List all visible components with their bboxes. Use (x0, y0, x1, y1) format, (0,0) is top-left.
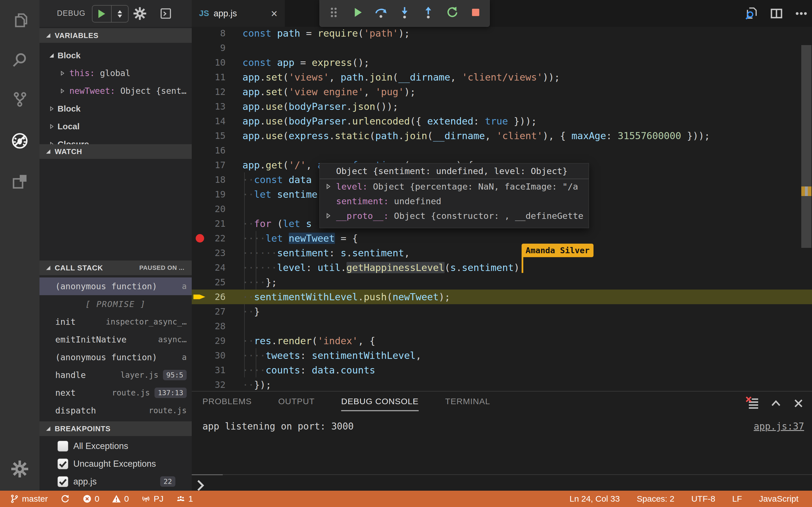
gripper-icon[interactable] (327, 6, 340, 20)
code-line-15[interactable]: 15app.use(express.static(path.join(__dir… (192, 128, 812, 143)
status-item-javascript[interactable]: JavaScript (759, 494, 799, 504)
code-line-9[interactable]: 9 (192, 41, 812, 55)
stack-frame-emitinitnative[interactable]: emitInitNativeasync… (40, 331, 192, 348)
code-line-32[interactable]: 32··}); (192, 378, 812, 391)
status-item-people[interactable]: 1 (176, 494, 193, 504)
code-line-10[interactable]: 10const app = express(); (192, 55, 812, 70)
line-number[interactable]: 32 (192, 378, 225, 391)
status-item-sync[interactable] (60, 494, 70, 504)
variables-scope-block[interactable]: Block (40, 47, 192, 64)
variables-section-header[interactable]: VARIABLES (40, 28, 192, 43)
breakpoints-section-header[interactable]: BREAKPOINTS (40, 421, 192, 436)
line-number[interactable]: 29 (192, 334, 225, 348)
status-item-ln-24-col-33[interactable]: Ln 24, Col 33 (569, 494, 620, 504)
stack-frame-dispatch[interactable]: dispatchroute.js (40, 402, 192, 419)
step-out-icon[interactable] (422, 6, 435, 20)
search-icon[interactable] (11, 51, 29, 69)
line-number[interactable]: 15 (192, 128, 225, 143)
code-line-13[interactable]: 13app.use(bodyParser.json()); (192, 99, 812, 114)
line-number[interactable]: 8 (192, 26, 225, 41)
code-line-11[interactable]: 11app.set('views', path.join(__dirname, … (192, 70, 812, 84)
code-line-14[interactable]: 14app.use(bodyParser.urlencoded({ extend… (192, 114, 812, 128)
maximize-panel-icon[interactable] (769, 397, 783, 410)
more-actions-icon[interactable] (794, 6, 809, 21)
breakpoint-item[interactable]: All Exceptions (40, 437, 192, 455)
extensions-icon[interactable] (11, 173, 29, 191)
code-line-30[interactable]: 30····tweets: sentimentWithLevel, (192, 348, 812, 363)
line-number[interactable]: 23 (192, 245, 225, 260)
checkbox-checked-icon[interactable] (57, 476, 68, 487)
tab-app-js[interactable]: JS app.js × (192, 0, 285, 27)
launch-control[interactable] (92, 5, 129, 22)
editor-scrollbar[interactable] (801, 45, 811, 248)
launch-config-selector[interactable] (112, 6, 128, 22)
call-stack-separator[interactable]: [ PROMISE ] (40, 295, 192, 313)
restart-icon[interactable] (446, 6, 458, 20)
status-item-spaces-2[interactable]: Spaces: 2 (637, 494, 674, 504)
call-stack-section-header[interactable]: CALL STACK PAUSED ON ... (40, 261, 192, 275)
line-number[interactable]: 26 (192, 290, 225, 304)
panel-tab-terminal[interactable]: TERMINAL (445, 397, 490, 411)
panel-tab-problems[interactable]: PROBLEMS (202, 397, 252, 411)
tooltip-property-row[interactable]: sentiment: undefined (320, 194, 589, 209)
close-panel-icon[interactable] (792, 397, 805, 410)
start-debug-button[interactable] (93, 6, 112, 22)
status-item-lf[interactable]: LF (732, 494, 742, 504)
status-item-live-share[interactable]: PJ (141, 494, 163, 504)
configure-gear-icon[interactable] (133, 7, 147, 20)
line-number[interactable]: 28 (192, 319, 225, 334)
line-number[interactable]: 30 (192, 348, 225, 363)
code-line-29[interactable]: 29··res.render('index', { (192, 334, 812, 348)
stack-frame-handle[interactable]: handlelayer.js95:5 (40, 366, 192, 384)
line-number[interactable]: 21 (192, 216, 225, 231)
status-item-git-branch[interactable]: master (10, 494, 48, 504)
close-tab-icon[interactable]: × (271, 8, 277, 19)
stop-icon[interactable] (469, 6, 482, 20)
stack-frame-next[interactable]: nextroute.js137:13 (40, 384, 192, 402)
breakpoint-item[interactable]: app.js22 (40, 473, 192, 490)
code-line-25[interactable]: 25····}; (192, 275, 812, 290)
continue-icon[interactable] (351, 6, 364, 20)
settings-gear-icon[interactable] (11, 460, 29, 478)
line-number[interactable]: 14 (192, 114, 225, 128)
watch-section-header[interactable]: WATCH (40, 144, 192, 159)
console-source-link[interactable]: app.js:37 (754, 421, 804, 432)
line-number[interactable]: 10 (192, 55, 225, 70)
line-number[interactable]: 16 (192, 143, 225, 158)
code-line-12[interactable]: 12app.set('view engine', 'pug'); (192, 84, 812, 99)
code-line-31[interactable]: 31····counts: data.counts (192, 363, 812, 378)
panel-tab-output[interactable]: OUTPUT (278, 397, 315, 411)
source-control-icon[interactable] (11, 90, 29, 108)
code-line-22[interactable]: 22····let newTweet = { (192, 231, 812, 245)
line-number[interactable]: 31 (192, 363, 225, 378)
variable-newTweet[interactable]: newTweet: Object {sent… (40, 82, 192, 100)
split-editor-icon[interactable] (769, 6, 784, 21)
checkbox-checked-icon[interactable] (57, 459, 68, 469)
line-number[interactable]: 25 (192, 275, 225, 290)
variables-scope-local[interactable]: Local (40, 117, 192, 135)
variable-this[interactable]: this: global (40, 64, 192, 82)
code-line-24[interactable]: 24······level: util.getHappinessLevel(s.… (192, 260, 812, 275)
code-line-8[interactable]: 8const path = require('path'); (192, 26, 812, 41)
clear-console-icon[interactable] (746, 397, 759, 410)
line-number[interactable]: 19 (192, 187, 225, 202)
stack-frame-anonymousfunction[interactable]: (anonymous function)a (40, 277, 192, 295)
tooltip-property-row[interactable]: level: Object {percentage: NaN, faceImag… (320, 179, 589, 194)
code-line-26[interactable]: 26··sentimentWithLevel.push(newTweet); (192, 290, 812, 304)
line-number[interactable]: 22 (192, 231, 225, 245)
line-number[interactable]: 13 (192, 99, 225, 114)
open-file-search-icon[interactable] (744, 6, 758, 21)
status-item-warning-triangle[interactable]: 0 (112, 494, 129, 504)
code-line-16[interactable]: 16 (192, 143, 812, 158)
console-prompt-icon[interactable] (196, 478, 205, 490)
tooltip-property-row[interactable]: __proto__: Object {constructor: , __defi… (320, 209, 589, 223)
stack-frame-init[interactable]: initinspector_async_… (40, 313, 192, 331)
line-number[interactable]: 18 (192, 172, 225, 187)
line-number[interactable]: 20 (192, 202, 225, 216)
code-line-27[interactable]: 27··} (192, 304, 812, 319)
panel-tab-debug-console[interactable]: DEBUG CONSOLE (341, 397, 419, 411)
status-item-error-circle[interactable]: 0 (82, 494, 100, 504)
explorer-icon[interactable] (11, 11, 29, 29)
line-number[interactable]: 12 (192, 84, 225, 99)
breakpoint-item[interactable]: Uncaught Exceptions (40, 455, 192, 473)
